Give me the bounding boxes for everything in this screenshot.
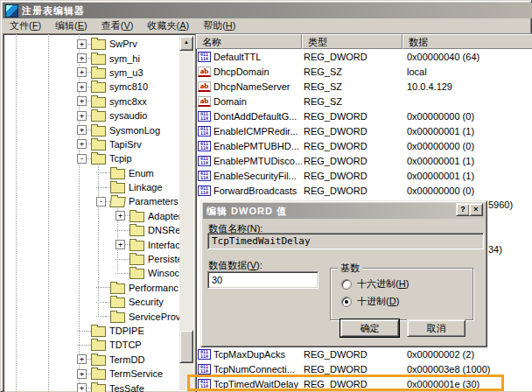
tree-item[interactable]: Security xyxy=(5,295,179,309)
tree-item[interactable]: Enum xyxy=(5,166,179,180)
tree-item-label: SwPrv xyxy=(109,38,137,49)
radio-icon[interactable] xyxy=(341,279,352,290)
tree-item[interactable]: + Interfac xyxy=(5,237,179,251)
edit-dword-dialog: 编辑 DWORD 值 ? × 数值名称(N): TcpTimedWaitDela… xyxy=(200,200,487,347)
expand-toggle-icon[interactable]: + xyxy=(77,96,87,106)
tree-item[interactable]: + symc8xx xyxy=(5,94,179,108)
tree-scrollbar[interactable]: ▲ xyxy=(179,36,193,390)
expand-toggle-icon[interactable]: + xyxy=(77,139,87,149)
menu-file[interactable]: 文件(F) xyxy=(3,18,48,33)
tree-item[interactable]: + Adapter xyxy=(5,209,179,223)
expand-toggle-icon[interactable] xyxy=(116,269,125,278)
registry-value-row[interactable]: DhcpNameServer REG_SZ 10.0.4.129 xyxy=(196,79,532,94)
column-header-type[interactable]: 类型 xyxy=(302,34,402,49)
folder-icon xyxy=(130,226,144,236)
expand-toggle-icon[interactable]: + xyxy=(116,240,125,249)
registry-value-row[interactable]: DhcpDomain REG_SZ local xyxy=(196,64,532,79)
registry-value-row[interactable]: EnablePMTUBHD... REG_DWORD 0x00000000 (0… xyxy=(196,138,532,153)
expand-toggle-icon[interactable] xyxy=(96,183,106,192)
expand-toggle-icon[interactable]: - xyxy=(96,197,106,206)
expand-toggle-icon[interactable]: + xyxy=(77,369,87,379)
radio-decimal[interactable]: 十进制(D) xyxy=(341,295,399,308)
tree-item[interactable]: + TapiSrv xyxy=(5,137,179,151)
tree-item-label: symc8xx xyxy=(109,96,147,107)
tree-item-label: Enum xyxy=(129,168,154,178)
expand-toggle-icon[interactable] xyxy=(77,326,87,336)
tree-item[interactable]: TDPIPE xyxy=(5,324,179,338)
tree-item[interactable]: + SysmonLog xyxy=(5,122,179,136)
tree-item[interactable]: + sym_u3 xyxy=(5,66,179,80)
expand-toggle-icon[interactable]: - xyxy=(77,154,87,164)
registry-value-row[interactable]: TcpMaxDupAcks REG_DWORD 0x00000002 (2) xyxy=(196,346,532,361)
expand-toggle-icon[interactable]: + xyxy=(77,39,87,49)
expand-toggle-icon[interactable] xyxy=(96,168,106,178)
value-type: REG_SZ xyxy=(302,96,402,107)
expand-toggle-icon[interactable]: + xyxy=(77,383,87,392)
tree-item[interactable]: - Tcpip xyxy=(5,151,179,165)
registry-value-row[interactable]: DefaultTTL REG_DWORD 0x00000040 (64) xyxy=(196,49,532,64)
menu-favorites[interactable]: 收藏夹(A) xyxy=(140,18,196,33)
column-header-name[interactable]: 名称 xyxy=(196,34,302,49)
tree-item[interactable]: ServiceProv xyxy=(5,309,179,323)
registry-value-row[interactable]: EnableICMPRedir... REG_DWORD 0x00000001 … xyxy=(196,123,532,138)
registry-value-row[interactable]: EnablePMTUDisco... REG_DWORD 0x00000001 … xyxy=(196,153,532,168)
registry-value-row[interactable]: Domain REG_SZ xyxy=(196,94,532,108)
value-name: EnablePMTUBHD... xyxy=(214,141,299,151)
expand-toggle-icon[interactable]: + xyxy=(77,53,87,63)
tree-item[interactable]: DNSReg xyxy=(5,223,179,237)
tree-item[interactable]: + symc810 xyxy=(5,80,179,94)
window-titlebar[interactable]: 注册表编辑器 xyxy=(3,3,532,18)
expand-toggle-icon[interactable]: + xyxy=(116,211,125,220)
folder-icon xyxy=(91,326,106,337)
tree-item[interactable]: - Parameters xyxy=(5,194,179,208)
ok-button[interactable]: 确定 xyxy=(340,319,399,337)
menu-edit[interactable]: 编辑(E) xyxy=(48,18,94,33)
radio-checked-icon[interactable] xyxy=(341,297,352,307)
expand-toggle-icon[interactable]: + xyxy=(77,354,87,364)
registry-value-row[interactable]: ForwardBroadcasts REG_DWORD 0x00000000 (… xyxy=(196,183,532,198)
expand-toggle-icon[interactable] xyxy=(116,226,125,235)
tree-item[interactable]: Performanc xyxy=(5,281,179,295)
tree-item[interactable]: + SwPrv xyxy=(5,37,179,51)
tree-item[interactable]: + TesSafe xyxy=(5,381,179,392)
menu-view[interactable]: 查看(V) xyxy=(94,18,141,33)
registry-value-row[interactable]: TcpNumConnecti... REG_DWORD 0x000003e8 (… xyxy=(196,361,532,376)
tree-item[interactable]: + sysaudio xyxy=(5,108,179,122)
radio-hexadecimal[interactable]: 十六进制(H) xyxy=(341,277,409,290)
tree-item[interactable]: + sym_hi xyxy=(5,51,179,65)
close-icon[interactable]: × xyxy=(469,203,483,216)
registry-value-row[interactable]: DontAddDefaultG... REG_DWORD 0x00000000 … xyxy=(196,108,532,123)
expand-toggle-icon[interactable]: + xyxy=(77,82,87,92)
cancel-button[interactable]: 取消 xyxy=(407,319,466,337)
tree-items: + SwPrv + sym_hi + sym_u3 + symc810 + sy… xyxy=(5,36,179,390)
help-button[interactable]: ? xyxy=(456,203,470,216)
expand-toggle-icon[interactable] xyxy=(77,340,87,350)
tree-item[interactable]: Linkage xyxy=(5,180,179,194)
folder-icon xyxy=(91,154,106,164)
column-header-data[interactable]: 数据 xyxy=(402,34,532,49)
folder-icon xyxy=(91,68,106,79)
scrollbar-thumb[interactable] xyxy=(179,330,193,363)
expand-toggle-icon[interactable]: + xyxy=(77,111,87,121)
tree-item-label: Performanc xyxy=(129,283,178,293)
scroll-up-arrow-icon[interactable]: ▲ xyxy=(179,36,193,51)
tree-item[interactable]: + TermDD xyxy=(5,353,179,367)
value-name: EnablePMTUDisco... xyxy=(214,156,302,166)
expand-toggle-icon[interactable]: + xyxy=(77,67,87,77)
value-type: REG_SZ xyxy=(302,66,402,77)
registry-value-row[interactable]: EnableSecurityFil... REG_DWORD 0x0000000… xyxy=(196,168,532,183)
value-data-input[interactable]: 30 xyxy=(207,271,318,289)
expand-toggle-icon[interactable] xyxy=(96,298,106,307)
expand-toggle-icon[interactable] xyxy=(96,283,106,292)
expand-toggle-icon[interactable] xyxy=(96,312,106,321)
tree-item[interactable]: Persiste xyxy=(5,252,179,266)
expand-toggle-icon[interactable] xyxy=(116,255,125,264)
menu-help[interactable]: 帮助(H) xyxy=(196,18,242,33)
tree-item[interactable]: Winsock xyxy=(5,266,179,280)
expand-toggle-icon[interactable]: + xyxy=(77,125,87,135)
tree-item[interactable]: + TermService xyxy=(5,367,179,381)
registry-value-row[interactable]: TcpTimedWaitDelay REG_DWORD 0x0000001e (… xyxy=(196,376,532,391)
folder-icon xyxy=(110,169,125,179)
tree-item[interactable]: TDTCP xyxy=(5,338,179,352)
dialog-titlebar[interactable]: 编辑 DWORD 值 xyxy=(203,203,485,219)
